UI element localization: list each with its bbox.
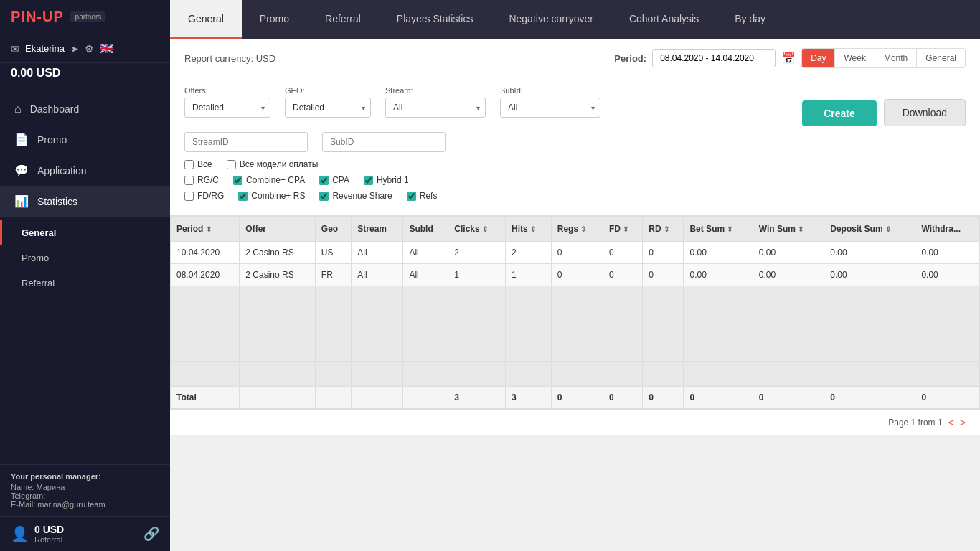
table-row: 08.04.20202 Casino RSFRAllAll110000.000.… xyxy=(171,264,980,286)
th-fd: FD ⇕ xyxy=(603,217,642,242)
vse-checkbox[interactable] xyxy=(184,160,194,169)
rgc-checkbox[interactable] xyxy=(184,176,194,185)
empty-row xyxy=(171,336,980,362)
period-tab-month[interactable]: Month xyxy=(875,49,917,67)
sort-icon-clicks[interactable]: ⇕ xyxy=(482,225,488,233)
sort-icon-deposit[interactable]: ⇕ xyxy=(885,225,891,233)
checkbox-vse[interactable]: Все xyxy=(184,159,212,169)
sidebar-item-statistics[interactable]: 📊 Statistics xyxy=(0,186,170,217)
th-subid: SubId xyxy=(403,217,448,242)
filters-row: Offers: Detailed GEO: Detailed xyxy=(184,86,600,118)
stream-select[interactable]: All xyxy=(385,98,486,118)
sort-icon-rd[interactable]: ⇕ xyxy=(664,225,669,233)
checkbox-hybrid1[interactable]: Hybrid 1 xyxy=(364,175,409,185)
personal-manager: Your personal manager: Name: Марина Tele… xyxy=(0,464,170,516)
sidebar-item-label: Statistics xyxy=(37,196,77,207)
top-nav: General Promo Referral Players Statistic… xyxy=(170,0,980,39)
tab-by-day[interactable]: By day xyxy=(717,0,783,39)
geo-label: GEO: xyxy=(285,86,371,95)
manager-email: E-Mail: marina@guru.team xyxy=(11,500,159,509)
period-input[interactable] xyxy=(652,49,776,67)
gear-icon[interactable]: ⚙ xyxy=(85,43,94,55)
checkbox-fd-rg[interactable]: FD/RG xyxy=(184,191,224,201)
th-geo: Geo xyxy=(315,217,351,242)
sidebar-item-promo[interactable]: 📄 Promo xyxy=(0,124,170,155)
mail-icon[interactable]: ✉ xyxy=(11,43,19,55)
period-tab-general[interactable]: General xyxy=(917,49,965,67)
fd-rg-checkbox[interactable] xyxy=(184,192,194,201)
th-stream: Stream xyxy=(352,217,403,242)
tab-promo[interactable]: Promo xyxy=(242,0,307,39)
tab-cohort-analysis[interactable]: Cohort Analysis xyxy=(611,0,717,39)
geo-select[interactable]: Detailed xyxy=(285,98,371,118)
th-win-sum: Win Sum ⇕ xyxy=(753,217,824,242)
logo-text: PIN-UP xyxy=(11,9,64,25)
streamid-input[interactable] xyxy=(184,132,308,152)
sort-icon-hits[interactable]: ⇕ xyxy=(530,225,536,233)
th-withdrawal: Withdra... xyxy=(915,217,980,242)
sidebar-item-application[interactable]: 💬 Application xyxy=(0,155,170,186)
revenue-share-checkbox[interactable] xyxy=(319,192,329,201)
subid-select[interactable]: All xyxy=(500,98,600,118)
refs-checkbox[interactable] xyxy=(407,192,416,201)
dashboard-icon: ⌂ xyxy=(14,103,22,116)
tab-general[interactable]: General xyxy=(170,0,242,39)
tab-negative-carryover[interactable]: Negative carryover xyxy=(491,0,611,39)
sort-icon-period[interactable]: ⇕ xyxy=(206,225,212,233)
sidebar-item-label: Application xyxy=(37,165,87,176)
manager-name: Name: Марина xyxy=(11,483,159,491)
checkbox-rgc[interactable]: RG/C xyxy=(184,175,219,185)
empty-row xyxy=(171,286,980,311)
download-button[interactable]: Download xyxy=(884,99,966,126)
link-icon[interactable]: 🔗 xyxy=(143,526,159,542)
create-button[interactable]: Create xyxy=(802,100,877,126)
data-table: Period ⇕ Offer Geo Stream SubId Clicks ⇕… xyxy=(170,216,980,409)
statistics-icon: 📊 xyxy=(14,194,29,208)
checkboxes-row1: Все Все модели оплаты xyxy=(184,159,966,169)
sort-icon-regs[interactable]: ⇕ xyxy=(580,225,586,233)
sidebar-subitem-referral[interactable]: Referral xyxy=(0,270,170,296)
checkbox-refs[interactable]: Refs xyxy=(407,191,438,201)
geo-filter: GEO: Detailed xyxy=(285,86,371,118)
vse-modeli-checkbox[interactable] xyxy=(227,160,236,169)
checkbox-combine-cpa[interactable]: Combine+ CPA xyxy=(233,175,305,185)
report-header: Report currency: USD Period: 📅 Day Week … xyxy=(170,39,980,77)
prev-page-button[interactable]: < xyxy=(948,417,954,428)
filters-section: Offers: Detailed GEO: Detailed xyxy=(170,77,980,216)
username: Ekaterina xyxy=(25,43,65,54)
user-settings-icon[interactable]: ➤ xyxy=(70,43,79,55)
combine-cpa-checkbox[interactable] xyxy=(233,176,242,185)
checkbox-cpa[interactable]: CPA xyxy=(319,175,349,185)
th-rd: RD ⇕ xyxy=(643,217,684,242)
period-tab-week[interactable]: Week xyxy=(835,49,875,67)
flag-icon[interactable]: 🇬🇧 xyxy=(100,42,114,55)
subid-label: SubId: xyxy=(500,86,600,95)
th-hits: Hits ⇕ xyxy=(505,217,551,242)
sort-icon-win[interactable]: ⇕ xyxy=(798,225,804,233)
manager-label: Your personal manager: xyxy=(11,472,159,481)
period-tab-day[interactable]: Day xyxy=(802,49,835,67)
sidebar-item-label: Promo xyxy=(37,134,67,146)
subid-input[interactable] xyxy=(322,132,446,152)
content-area: Report currency: USD Period: 📅 Day Week … xyxy=(170,39,980,551)
sidebar-subitem-general[interactable]: General xyxy=(0,220,170,245)
offers-select[interactable]: Detailed xyxy=(184,98,270,118)
combine-rs-checkbox[interactable] xyxy=(238,192,248,201)
calendar-icon[interactable]: 📅 xyxy=(781,52,796,65)
sort-icon-fd[interactable]: ⇕ xyxy=(623,225,628,233)
checkbox-combine-rs[interactable]: Combine+ RS xyxy=(238,191,305,201)
stream-label: Stream: xyxy=(385,86,486,95)
manager-telegram: Telegram: xyxy=(11,491,159,500)
sidebar-subitem-promo[interactable]: Promo xyxy=(0,245,170,270)
sort-icon-bet[interactable]: ⇕ xyxy=(727,225,732,233)
person-icon: 👤 xyxy=(11,525,29,542)
hybrid1-checkbox[interactable] xyxy=(364,176,373,185)
cpa-checkbox[interactable] xyxy=(319,176,329,185)
empty-row xyxy=(171,311,980,336)
tab-referral[interactable]: Referral xyxy=(307,0,379,39)
checkbox-vse-modeli[interactable]: Все модели оплаты xyxy=(227,159,319,169)
checkbox-revenue-share[interactable]: Revenue Share xyxy=(319,191,392,201)
tab-players-statistics[interactable]: Players Statistics xyxy=(379,0,491,39)
next-page-button[interactable]: > xyxy=(960,417,966,428)
sidebar-item-dashboard[interactable]: ⌂ Dashboard xyxy=(0,94,170,124)
